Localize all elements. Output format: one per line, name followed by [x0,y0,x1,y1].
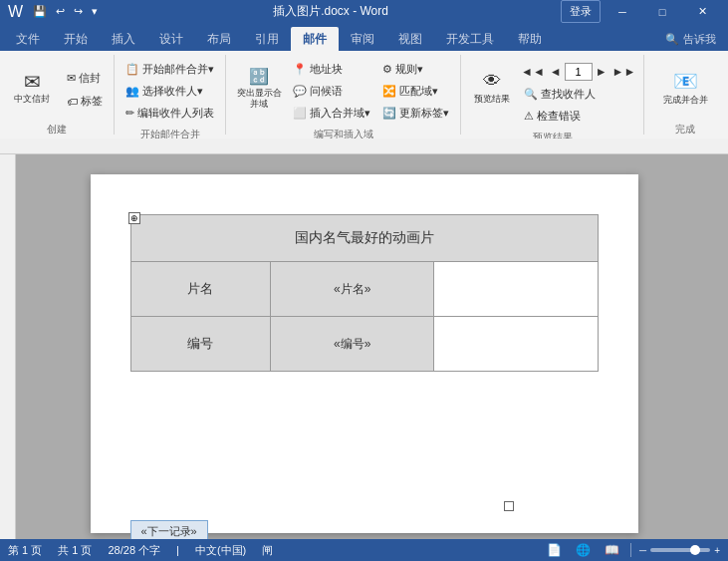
update-labels-button[interactable]: 🔄 更新标签▾ [377,103,454,124]
rules-icon: ⚙ [382,63,392,76]
window-title: 插入图片.docx - Word [101,3,561,20]
highlight-icon: 🔡 [249,67,269,86]
write-insert-col2: ⚙ 规则▾ 🔀 匹配域▾ 🔄 更新标签▾ [377,57,454,124]
tab-review[interactable]: 审阅 [339,27,386,51]
start-merge-label: 开始邮件合并▾ [142,62,214,77]
document-page: ⊕ 国内名气最好的动画片 片名 «片名» 编号 «编号» «下一记录» [91,174,638,533]
chinese-envelope-button[interactable]: ✉ 中文信封 [6,57,58,119]
title-bar: W 💾 ↩ ↪ ▾ 插入图片.docx - Word 登录 ─ □ ✕ [0,0,728,23]
label-text: 标签 [81,94,103,109]
update-label: 更新标签▾ [399,106,449,121]
table-row-filmname: 片名 «片名» [130,262,598,317]
number-field-cell: «编号» [271,317,434,372]
tab-help[interactable]: 帮助 [506,27,554,51]
customize-quick-btn[interactable]: ▾ [89,4,101,19]
greeting-icon: 💬 [293,85,307,98]
ribbon-content: ✉ 中文信封 ✉ 信封 🏷 标签 创建 📋 [0,51,728,139]
start-merge-button[interactable]: 📋 开始邮件合并▾ [121,59,219,80]
tab-references[interactable]: 引用 [243,27,291,51]
login-button[interactable]: 登录 [561,0,601,23]
check-errors-button[interactable]: ⚠ 检查错误 [519,106,637,127]
preview-results-button[interactable]: 👁 预览结果 [467,57,517,119]
finish-label: 完成并合并 [663,95,708,107]
document-table: 国内名气最好的动画片 片名 «片名» 编号 «编号» [130,214,599,372]
zoom-thumb [690,545,700,555]
read-view-button[interactable]: 📖 [602,542,622,558]
tab-home[interactable]: 开始 [52,27,100,51]
preview-nav-col: ◄◄ ◄ ► ►► 🔍 查找收件人 ⚠ 检查错误 [519,57,637,127]
tell-me-bar[interactable]: 🔍 告诉我 [657,28,724,51]
redo-quick-btn[interactable]: ↪ [71,4,86,19]
select-recipients-label: 选择收件人▾ [142,84,203,99]
edit-recipients-label: 编辑收件人列表 [137,106,214,121]
label-icon: 🏷 [67,96,78,108]
address-label: 地址块 [310,62,343,77]
find-label: 查找收件人 [541,87,596,102]
horizontal-ruler [0,139,728,154]
merge-icon: 📋 [125,63,139,76]
preview-icon: 👁 [483,71,501,92]
complete-group-label: 完成 [650,121,720,138]
zoom-slider[interactable] [650,548,710,552]
greeting-line-button[interactable]: 💬 问候语 [288,81,375,102]
ribbon-group-preview: 👁 预览结果 ◄◄ ◄ ► ►► 🔍 查找收件人 ⚠ 检查 [461,55,644,135]
create-group-label: 创建 [6,121,108,138]
status-bar: 第 1 页 共 1 页 28/28 个字 | 中文(中国) 闸 📄 🌐 📖 ─ … [0,539,728,561]
find-recipient-button[interactable]: 🔍 查找收件人 [519,84,637,105]
tab-developer[interactable]: 开发工具 [434,27,506,51]
address-block-button[interactable]: 📍 地址块 [288,59,375,80]
insert-field-button[interactable]: ⬜ 插入合并域▾ [288,103,375,124]
web-view-button[interactable]: 🌐 [573,542,594,558]
maximize-button[interactable]: □ [644,0,680,23]
main-area: ⊕ 国内名气最好的动画片 片名 «片名» 编号 «编号» «下一记录» [0,139,728,539]
check-icon: ⚠ [524,110,534,123]
select-recipients-button[interactable]: 👥 选择收件人▾ [121,81,219,102]
close-button[interactable]: ✕ [684,0,720,23]
tab-file[interactable]: 文件 [4,27,52,51]
table-move-handle[interactable]: ⊕ [128,212,140,224]
number-label-cell: 编号 [130,317,271,372]
tab-mail[interactable]: 邮件 [291,27,339,51]
next-record-button[interactable]: ► [594,64,609,80]
print-view-button[interactable]: 📄 [544,542,565,558]
last-record-button[interactable]: ►► [610,64,638,80]
write-insert-col: 📍 地址块 💬 问候语 ⬜ 插入合并域▾ [288,57,375,124]
ribbon-group-start-merge: 📋 开始邮件合并▾ 👥 选择收件人▾ ✏ 编辑收件人列表 开始邮件合并 [115,55,226,135]
save-quick-btn[interactable]: 💾 [30,4,50,19]
rules-button[interactable]: ⚙ 规则▾ [377,59,454,80]
chinese-envelope-label: 中文信封 [14,94,50,105]
preview-group-content: 👁 预览结果 ◄◄ ◄ ► ►► 🔍 查找收件人 ⚠ 检查 [467,55,637,129]
tab-layout[interactable]: 布局 [195,27,243,51]
tab-insert[interactable]: 插入 [100,27,147,51]
zoom-in-icon: + [714,545,720,556]
vertical-ruler [0,154,16,539]
record-number-input[interactable] [565,63,593,81]
match-fields-button[interactable]: 🔀 匹配域▾ [377,81,454,102]
tab-view[interactable]: 视图 [386,27,434,51]
filmname-empty-cell [434,262,598,317]
insert-field-label: 插入合并域▾ [310,106,370,121]
label-button[interactable]: 🏷 标签 [62,91,108,112]
check-label: 检查错误 [537,109,581,124]
first-record-button[interactable]: ◄◄ [519,64,547,80]
prev-record-button[interactable]: ◄ [548,64,564,80]
ribbon-group-create: ✉ 中文信封 ✉ 信封 🏷 标签 创建 [0,55,115,135]
page-info: 第 1 页 [8,543,42,558]
table-header-row: 国内名气最好的动画片 [130,215,598,262]
match-label: 匹配域▾ [399,84,438,99]
envelope-icon: ✉ [24,72,41,92]
insert-field-icon: ⬜ [293,107,307,120]
highlight-merge-button[interactable]: 🔡 突出显示合并域 [232,57,286,119]
envelope-small-icon: ✉ [67,72,76,85]
edit-recipients-button[interactable]: ✏ 编辑收件人列表 [121,103,219,124]
tell-me-label: 告诉我 [683,32,716,47]
envelope-button[interactable]: ✉ 信封 [62,68,108,89]
undo-quick-btn[interactable]: ↩ [53,4,68,19]
finish-merge-button[interactable]: 📧 完成并合并 [650,57,720,119]
tab-design[interactable]: 设计 [147,27,195,51]
envelope-label: 信封 [79,71,101,86]
minimize-button[interactable]: ─ [605,0,640,23]
next-record-button[interactable]: «下一记录» [130,520,208,539]
table-resize-handle[interactable] [504,501,514,511]
finish-icon: 📧 [673,69,698,93]
